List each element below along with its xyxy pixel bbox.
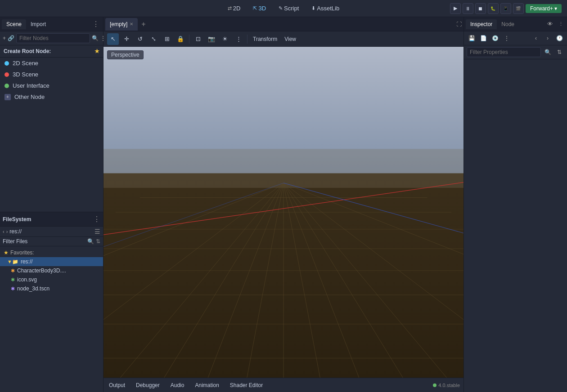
file-icon-charbody: ✱ xyxy=(11,268,15,274)
scene-item-ui[interactable]: User Interface xyxy=(0,80,103,91)
tool-grid[interactable]: ⊡ xyxy=(192,33,204,45)
fs-item-res[interactable]: ▼📁 res:// xyxy=(0,257,103,266)
tool-snap[interactable]: ⊞ xyxy=(161,33,173,45)
movie-btn[interactable]: 🎬 xyxy=(513,3,524,14)
separator-2 xyxy=(247,35,248,44)
scene-item-2d[interactable]: 2D Scene xyxy=(0,58,103,69)
debug-btn[interactable]: 🐛 xyxy=(488,3,499,14)
perspective-label[interactable]: Perspective xyxy=(107,50,144,59)
add-node-btn[interactable]: + xyxy=(3,34,6,43)
editor-tabs-bar: [empty] ✕ + ⛶ xyxy=(104,17,464,31)
inspector-tabs: Inspector Node 👁 ⋮ xyxy=(464,17,567,31)
maximize-btn[interactable]: ⛶ xyxy=(456,21,462,27)
tool-move[interactable]: ✛ xyxy=(121,33,132,45)
inspector-icon-2[interactable]: ⋮ xyxy=(556,20,565,29)
link-btn[interactable]: 🔗 xyxy=(8,34,14,43)
folder-icon: ▼📁 xyxy=(7,259,18,265)
fs-item-iconsvg[interactable]: ✱ icon.svg xyxy=(0,275,103,284)
bottom-tab-shader[interactable]: Shader Editor xyxy=(228,381,265,389)
separator-1 xyxy=(189,35,189,44)
tool-moreopts[interactable]: ⋮ xyxy=(233,33,244,45)
fs-view-toggle[interactable]: ☰ xyxy=(94,228,100,235)
scene-item-other[interactable]: + Other Node xyxy=(0,91,103,102)
mode-3d-btn[interactable]: ⇱ 3D xyxy=(250,4,269,13)
scene-panel-tabs: Scene Import ⋮ xyxy=(0,17,103,31)
scene-toolbar: + 🔗 🔍 ⋮ xyxy=(0,31,103,45)
tool-select[interactable]: ↖ xyxy=(107,33,119,45)
inspector-file-btn[interactable]: 📄 xyxy=(478,33,488,43)
bottom-tab-debugger[interactable]: Debugger xyxy=(134,381,162,389)
inspector-more-btn[interactable]: ⋮ xyxy=(502,33,512,43)
mode-assetlib-btn[interactable]: ⬇ AssetLib xyxy=(309,4,342,13)
tab-import[interactable]: Import xyxy=(26,19,50,29)
inspector-disk-btn[interactable]: 💿 xyxy=(490,33,500,43)
filesystem-panel: FileSystem ⋮ ‹ › res:// ☰ Filter Files 🔍… xyxy=(0,212,103,392)
icon-3d xyxy=(4,72,9,77)
filter-properties-input[interactable] xyxy=(467,47,541,57)
fs-search-icon[interactable]: 🔍 xyxy=(87,238,94,245)
svg-icon: ✱ xyxy=(11,277,15,283)
mode-script-btn[interactable]: ✎ Script xyxy=(276,4,302,13)
version-badge: 4.0.stable xyxy=(433,383,460,388)
tab-inspector[interactable]: Inspector xyxy=(466,19,497,29)
bottom-bar: Output Debugger Audio Animation Shader E… xyxy=(104,378,464,392)
playbar: ▶ ⏸ ⏹ 🐛 📱 🎬 Forward+ ▾ xyxy=(450,3,562,14)
fs-back-btn[interactable]: ‹ xyxy=(3,229,4,234)
icon-2d xyxy=(4,61,9,66)
right-panel: Inspector Node 👁 ⋮ 💾 📄 💿 ⋮ ‹ › 🕐 🔍 ⇅ xyxy=(464,17,567,392)
fs-sort-btn[interactable]: ⇅ xyxy=(96,238,100,245)
filter-props-sort[interactable]: ⇅ xyxy=(554,47,564,57)
filter-props-search[interactable]: 🔍 xyxy=(543,47,553,57)
scene-item-3d[interactable]: 3D Scene xyxy=(0,69,103,80)
inspector-history-btn[interactable]: 🕐 xyxy=(554,33,564,43)
center-panel: [empty] ✕ + ⛶ ↖ ✛ ↺ ⤡ ⊞ 🔒 ⊡ 📷 ☀ ⋮ Transf… xyxy=(104,17,464,392)
filter-search-icon: 🔍 xyxy=(92,34,99,43)
fs-item-charbody[interactable]: ✱ CharacterBody3D.... xyxy=(0,266,103,275)
tab-scene[interactable]: Scene xyxy=(2,19,26,29)
inspector-save-btn[interactable]: 💾 xyxy=(467,33,477,43)
tool-light[interactable]: ☀ xyxy=(219,33,231,45)
editor-tab-empty[interactable]: [empty] ✕ xyxy=(105,18,138,31)
play-btn[interactable]: ▶ xyxy=(450,3,461,14)
filesystem-title: FileSystem xyxy=(3,216,31,223)
tool-rotate[interactable]: ↺ xyxy=(134,33,146,45)
inspector-toolbar: 💾 📄 💿 ⋮ ‹ › 🕐 xyxy=(464,31,567,45)
create-root-star: ★ xyxy=(94,48,99,54)
filesystem-header: FileSystem ⋮ xyxy=(0,212,103,227)
scene-list: 2D Scene 3D Scene User Interface + Other… xyxy=(0,58,103,212)
tab-close-btn[interactable]: ✕ xyxy=(130,22,133,27)
icon-other: + xyxy=(4,94,11,100)
mode-2d-btn[interactable]: ⇄ 2D xyxy=(225,4,243,13)
bottom-tab-output[interactable]: Output xyxy=(107,381,127,389)
fs-item-node3d[interactable]: ✱ node_3d.tscn xyxy=(0,284,103,293)
fs-path-bar: ‹ › res:// ☰ xyxy=(0,227,103,237)
view-btn[interactable]: View xyxy=(282,35,299,43)
inspector-content xyxy=(464,59,567,392)
inspector-nav-left[interactable]: ‹ xyxy=(531,33,541,43)
tool-camera[interactable]: 📷 xyxy=(206,33,217,45)
favorites-section: ★ Favorites: xyxy=(0,248,103,257)
main-area: Scene Import ⋮ + 🔗 🔍 ⋮ Create Root Node:… xyxy=(0,17,567,392)
remote-btn[interactable]: 📱 xyxy=(500,3,511,14)
scene-panel: Scene Import ⋮ + 🔗 🔍 ⋮ Create Root Node:… xyxy=(0,17,103,212)
scene-panel-menu[interactable]: ⋮ xyxy=(90,20,101,28)
inspector-nav-right[interactable]: › xyxy=(543,33,553,43)
forward-plus-btn[interactable]: Forward+ ▾ xyxy=(526,4,562,13)
tab-node[interactable]: Node xyxy=(497,19,519,29)
transform-btn[interactable]: Transform xyxy=(250,35,280,43)
add-tab-btn[interactable]: + xyxy=(139,20,148,28)
inspector-icon-1[interactable]: 👁 xyxy=(545,20,554,29)
top-bar: ⇄ 2D ⇱ 3D ✎ Script ⬇ AssetLib ▶ ⏸ ⏹ 🐛 📱 … xyxy=(0,0,567,17)
create-root-section: Create Root Node: ★ xyxy=(0,45,103,58)
tool-scale[interactable]: ⤡ xyxy=(148,33,159,45)
pause-btn[interactable]: ⏸ xyxy=(463,3,473,14)
stop-btn[interactable]: ⏹ xyxy=(475,3,486,14)
bottom-tab-animation[interactable]: Animation xyxy=(193,381,220,389)
fs-forward-btn[interactable]: › xyxy=(6,229,8,234)
bottom-tab-audio[interactable]: Audio xyxy=(169,381,186,389)
filter-nodes-input[interactable] xyxy=(16,33,90,43)
fs-filter-bar: Filter Files 🔍 ⇅ xyxy=(0,237,103,246)
icon-ui xyxy=(4,84,9,88)
tool-lock[interactable]: 🔒 xyxy=(175,33,186,45)
filesystem-menu[interactable]: ⋮ xyxy=(93,215,100,223)
